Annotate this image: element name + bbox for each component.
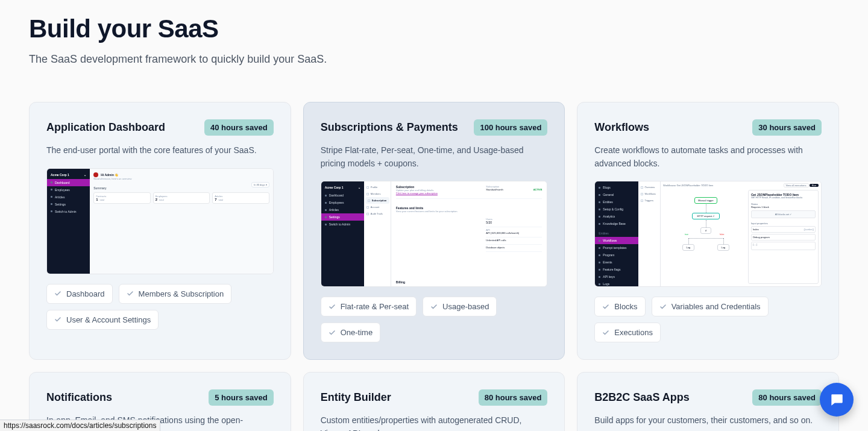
card-entity-builder[interactable]: Entity Builder 80 hours saved Custom ent… xyxy=(303,372,565,431)
card-title: Subscriptions & Payments xyxy=(321,121,458,134)
card-workflows[interactable]: Workflows 30 hours saved Create workflow… xyxy=(577,102,839,360)
check-icon xyxy=(127,290,134,297)
avatar xyxy=(93,172,98,177)
check-icon xyxy=(54,316,61,323)
page-subtitle: The SaaS development framework to quickl… xyxy=(29,53,839,66)
card-application-dashboard[interactable]: Application Dashboard 40 hours saved The… xyxy=(29,102,291,360)
tag-one-time: One-time xyxy=(321,322,380,342)
card-b2b2c-saas-apps[interactable]: B2B2C SaaS Apps 80 hours saved Build app… xyxy=(577,372,839,431)
features-grid: Application Dashboard 40 hours saved The… xyxy=(29,102,839,431)
preview-subscriptions: Acme Corp 1⌄ Dashboard Employees Article… xyxy=(321,181,548,287)
tag-executions: Executions xyxy=(594,322,661,342)
check-icon xyxy=(329,329,336,336)
card-desc: Build apps for your customers, their cus… xyxy=(594,414,822,427)
tag-usage-based: Usage-based xyxy=(423,297,497,316)
hours-saved-badge: 100 hours saved xyxy=(474,119,547,136)
tag-dashboard: Dashboard xyxy=(46,284,113,304)
card-title: Workflows xyxy=(594,121,649,134)
tag-variables-credentials: Variables and Credentials xyxy=(652,297,769,316)
card-title: Entity Builder xyxy=(321,391,391,404)
card-subscriptions-payments[interactable]: Subscriptions & Payments 100 hours saved… xyxy=(303,102,565,360)
chat-icon xyxy=(829,392,844,407)
tag-flat-rate-per-seat: Flat-rate & Per-seat xyxy=(321,297,417,316)
card-title: B2B2C SaaS Apps xyxy=(594,391,689,404)
chat-fab[interactable] xyxy=(820,383,854,417)
card-desc: The end-user portal with the core featur… xyxy=(46,144,274,157)
hours-saved-badge: 40 hours saved xyxy=(204,119,274,136)
tag-blocks: Blocks xyxy=(594,297,645,316)
hours-saved-badge: 80 hours saved xyxy=(752,389,822,406)
preview-dashboard: Acme Corp 1⌄ Dashboard Employees Article… xyxy=(46,168,274,274)
hours-saved-badge: 30 hours saved xyxy=(752,119,822,136)
check-icon xyxy=(602,329,609,336)
check-icon xyxy=(54,290,61,297)
card-title: Notifications xyxy=(46,391,112,404)
card-desc: Stripe Flat-rate, Per-seat, One-time, an… xyxy=(321,144,548,170)
hours-saved-badge: 80 hours saved xyxy=(479,389,548,406)
card-desc: Create workflows to automate tasks and p… xyxy=(594,144,822,170)
card-desc: Custom entities/properties with autogene… xyxy=(321,414,548,431)
tag-members-subscription: Members & Subscription xyxy=(119,284,232,304)
page-title: Build your SaaS xyxy=(29,14,839,43)
check-icon xyxy=(329,303,336,310)
tag-user-account-settings: User & Account Settings xyxy=(46,310,159,330)
browser-status-url: https://saasrock.com/docs/articles/subsc… xyxy=(0,420,160,431)
check-icon xyxy=(602,303,609,310)
check-icon xyxy=(659,303,667,310)
card-title: Application Dashboard xyxy=(46,121,165,134)
check-icon xyxy=(430,303,438,310)
hours-saved-badge: 5 hours saved xyxy=(209,389,273,406)
preview-workflows: Blogs General Entities Setup & Config An… xyxy=(594,181,822,287)
